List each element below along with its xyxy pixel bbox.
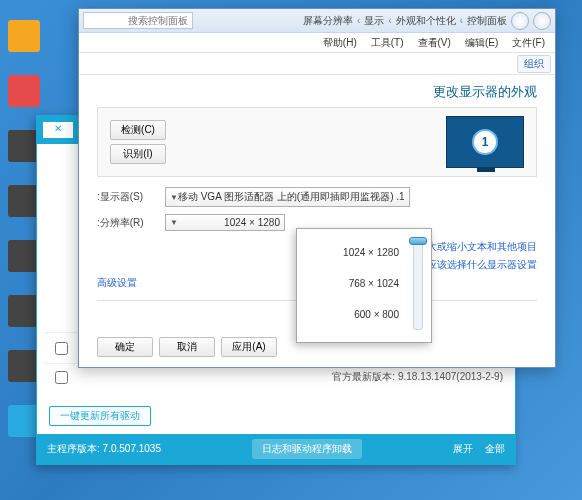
monitor-preview[interactable]: 1	[446, 116, 524, 168]
menu-edit[interactable]: 编辑(E)	[459, 34, 504, 52]
menu-tools[interactable]: 工具(T)	[365, 34, 410, 52]
footer-tab-log[interactable]: 日志和驱动程序卸载	[252, 439, 362, 459]
chevron-down-icon: ▼	[170, 218, 178, 227]
footer-version: 主程序版本: 7.0.507.1035	[47, 442, 161, 456]
search-input[interactable]	[83, 12, 193, 29]
menu-help[interactable]: 帮助(H)	[317, 34, 363, 52]
resolution-popup: 1280 × 1024 1024 × 768 800 × 600	[296, 228, 432, 343]
update-all-button[interactable]: 一键更新所有驱动	[49, 406, 151, 426]
detect-button[interactable]: 检测(C)	[110, 120, 166, 140]
footer-all[interactable]: 全部	[485, 442, 505, 456]
breadcrumb[interactable]: 控制面板› 外观和个性化› 显示› 屏幕分辨率	[197, 14, 507, 28]
chevron-down-icon: ▼	[170, 193, 178, 202]
cancel-button[interactable]: 取消	[159, 337, 215, 357]
advanced-settings-link[interactable]: 高级设置	[97, 274, 137, 292]
resolution-label: 分辨率(R):	[97, 216, 157, 230]
official-version-text: 官方最新版本: 9.18.13.1407(2013-2-9)	[76, 370, 503, 384]
resolution-slider-track[interactable]	[413, 239, 423, 330]
resolution-dropdown[interactable]: 1280 × 1024▼	[165, 214, 285, 231]
resolution-option[interactable]: 1024 × 768	[303, 268, 421, 299]
forward-nav-icon[interactable]	[511, 12, 529, 30]
page-title: 更改显示器的外观	[97, 83, 537, 101]
display-label: 显示器(S):	[97, 190, 157, 204]
desktop-icon[interactable]	[4, 20, 44, 70]
close-icon[interactable]: ✕	[43, 122, 73, 138]
resolution-option[interactable]: 1280 × 1024	[303, 237, 421, 268]
ok-button[interactable]: 确定	[97, 337, 153, 357]
organize-button[interactable]: 组织	[517, 55, 551, 73]
identify-button[interactable]: 识别(I)	[110, 144, 166, 164]
footer-open[interactable]: 展开	[453, 442, 473, 456]
resolution-option[interactable]: 800 × 600	[303, 299, 421, 330]
menubar: 文件(F) 编辑(E) 查看(V) 工具(T) 帮助(H)	[79, 33, 555, 53]
monitor-number: 1	[472, 129, 498, 155]
menu-file[interactable]: 文件(F)	[506, 34, 551, 52]
driver-checkbox[interactable]	[55, 342, 68, 355]
resolution-slider-thumb[interactable]	[409, 237, 427, 245]
menu-view[interactable]: 查看(V)	[412, 34, 457, 52]
display-dropdown[interactable]: 1. 移动 VGA 图形适配器 上的(通用即插即用监视器)▼	[165, 187, 410, 207]
apply-button[interactable]: 应用(A)	[221, 337, 277, 357]
driver-checkbox[interactable]	[55, 371, 68, 384]
back-nav-icon[interactable]	[533, 12, 551, 30]
